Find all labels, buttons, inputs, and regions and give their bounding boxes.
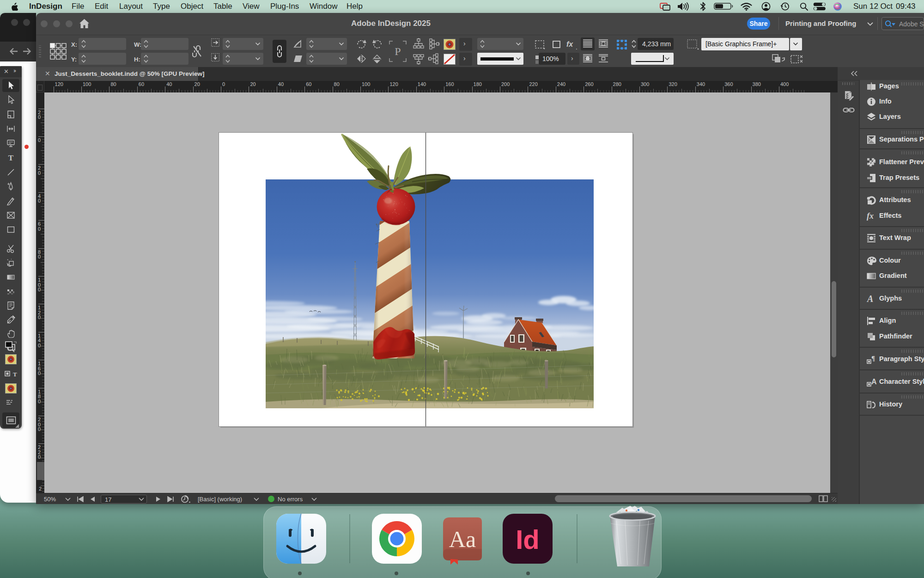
svg-text:T: T xyxy=(8,154,14,162)
svg-text:¶: ¶ xyxy=(871,355,875,362)
svg-text:Id: Id xyxy=(516,524,540,554)
svg-text:A: A xyxy=(871,378,877,386)
svg-text:Aa: Aa xyxy=(449,526,476,552)
svg-text:P: P xyxy=(395,45,401,57)
svg-text:T: T xyxy=(13,371,17,377)
svg-text:A: A xyxy=(866,294,873,304)
svg-text:fx: fx xyxy=(867,211,874,221)
